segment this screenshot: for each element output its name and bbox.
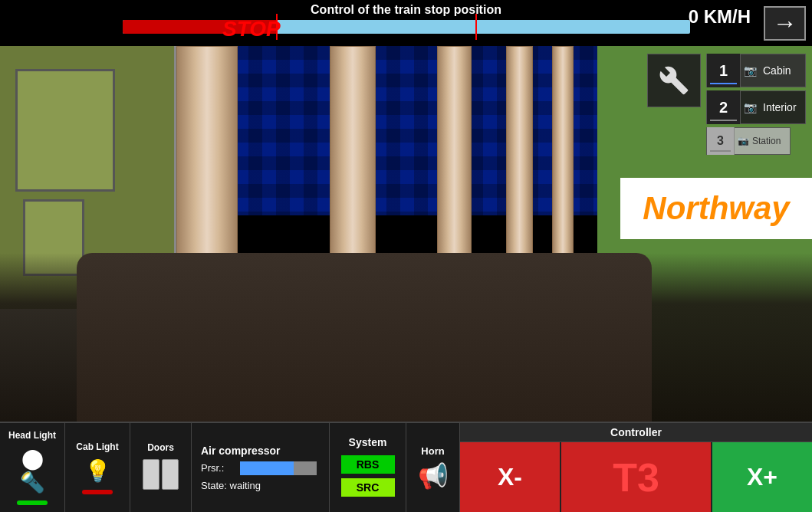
pressure-row: Prsr.:: [201, 461, 320, 475]
hud-title: Control of the train stop position: [311, 3, 501, 17]
head-light-button[interactable]: Head Light ⬤🔦: [0, 423, 65, 512]
head-light-icon: ⬤🔦: [20, 447, 44, 494]
camera-controls: 1 📷 Cabin 2 📷 Interior 3 📷 Station: [706, 54, 806, 155]
pressure-fill-blue: [240, 461, 294, 475]
system-section: System RBS SRC: [330, 423, 406, 512]
wrench-icon: [659, 65, 689, 96]
station-camera-number: 3: [707, 127, 735, 155]
cab-light-icon: 💡: [84, 458, 111, 484]
doors-button[interactable]: Doors: [130, 423, 192, 512]
pillar-4: [506, 46, 533, 279]
air-compressor-section: Air compressor Prsr.: State: waiting: [192, 423, 330, 512]
settings-button[interactable]: [647, 54, 701, 107]
cabin-camera-label: Cabin: [763, 64, 791, 77]
door-right: [162, 459, 179, 490]
head-light-label: Head Light: [8, 430, 56, 441]
stop-marker-right: [475, 14, 477, 40]
pressure-bar: [240, 461, 317, 475]
arrow-right-icon: →: [773, 9, 797, 38]
horn-label: Horn: [421, 445, 444, 457]
camera-station-button[interactable]: 3 📷 Station: [706, 127, 791, 155]
station-sign: Northway: [620, 178, 812, 239]
doors-icon: [143, 459, 179, 490]
src-button[interactable]: SRC: [341, 478, 395, 497]
cab-light-button[interactable]: Cab Light 💡: [65, 423, 130, 512]
controller-label: Controller: [460, 423, 812, 442]
cab-light-indicator: [82, 490, 113, 494]
controller-buttons: X- T3 X+: [460, 442, 812, 512]
interior-camera-label: Interior: [763, 101, 797, 113]
camera-cabin-button[interactable]: 1 📷 Cabin: [706, 54, 806, 87]
interior-camera-number: 2: [707, 90, 741, 124]
horn-icon: 📢: [418, 461, 449, 491]
cab-light-label: Cab Light: [76, 441, 118, 452]
top-hud: Control of the train stop position STOP …: [0, 0, 812, 46]
left-window-upper: [15, 69, 115, 192]
pressure-label: Prsr.:: [201, 462, 235, 474]
rbs-button[interactable]: RBS: [341, 455, 395, 474]
arrow-button[interactable]: →: [764, 6, 806, 41]
controller-section: Controller X- T3 X+: [460, 423, 812, 512]
camera-interior-button[interactable]: 2 📷 Interior: [706, 90, 806, 124]
head-light-indicator: [17, 501, 48, 505]
air-compressor-title: Air compressor: [201, 445, 320, 457]
station-camera-underline: [710, 150, 731, 152]
cabin-camera-underline: [710, 83, 737, 84]
air-state: State: waiting: [201, 480, 320, 491]
camera-icon-interior: 📷: [744, 101, 757, 113]
cockpit-panel: [77, 253, 652, 422]
system-title: System: [349, 436, 387, 448]
camera-icon-station: 📷: [738, 136, 749, 146]
pressure-fill-gray: [294, 461, 317, 475]
viewport: Northway Control of the train stop posit…: [0, 0, 812, 512]
x-plus-button[interactable]: X+: [712, 442, 812, 512]
cabin-camera-number: 1: [707, 54, 741, 87]
speed-display: 0 KM/H: [689, 6, 751, 28]
station-name: Northway: [643, 190, 789, 227]
station-camera-label: Station: [752, 136, 781, 146]
x-minus-button[interactable]: X-: [460, 442, 561, 512]
position-bar: [123, 20, 690, 34]
cockpit-overlay: [0, 253, 812, 422]
doors-label: Doors: [147, 442, 174, 453]
bottom-panel: Head Light ⬤🔦 Cab Light 💡 Doors Air comp…: [0, 422, 812, 512]
t3-display: T3: [561, 442, 712, 512]
camera-icon-cabin: 📷: [744, 64, 757, 77]
interior-camera-underline: [710, 120, 737, 121]
door-left: [143, 459, 159, 490]
horn-section: Horn 📢: [406, 423, 460, 512]
pillar-5: [552, 46, 574, 271]
stop-label: STOP: [222, 17, 281, 41]
